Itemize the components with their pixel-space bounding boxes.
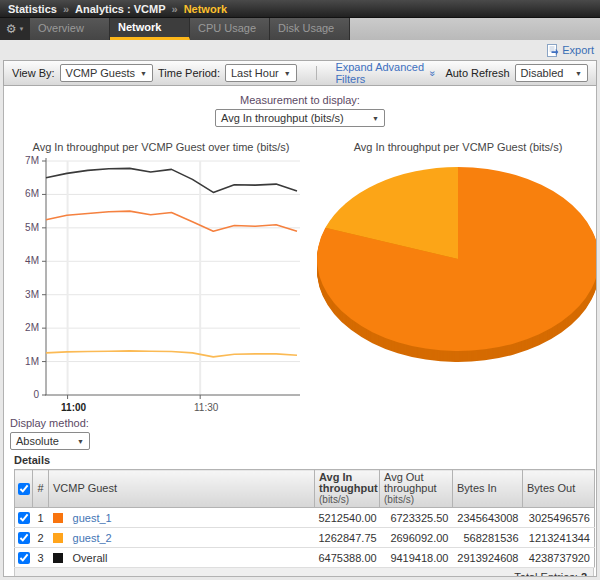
series-color-swatch bbox=[53, 513, 63, 523]
details-table: # VCMP Guest Avg In throughput (bits/s) … bbox=[14, 469, 595, 568]
breadcrumb-separator-icon: » bbox=[63, 3, 69, 15]
bytes-out-value: 3025496576 bbox=[523, 508, 595, 528]
filter-toolbar: View By: VCMP Guests ▼ Time Period: Last… bbox=[3, 60, 597, 86]
table-row: 1 guest_1 5212540.00 6723325.50 23456430… bbox=[15, 508, 595, 528]
breadcrumb-statistics[interactable]: Statistics bbox=[8, 3, 57, 15]
svg-text:5M: 5M bbox=[25, 222, 39, 233]
column-header-bytes-in[interactable]: Bytes In bbox=[453, 470, 523, 508]
select-arrow-icon: ▼ bbox=[77, 438, 84, 445]
chevron-down-icon: ▼ bbox=[18, 26, 24, 32]
main-content-panel: Measurement to display: Avg In throughpu… bbox=[3, 86, 597, 577]
gear-menu-button[interactable]: ⚙ ▼ bbox=[0, 18, 30, 40]
row-checkbox[interactable] bbox=[18, 532, 30, 544]
charts-row: Avg In throughput per VCMP Guest over ti… bbox=[4, 133, 596, 450]
export-label: Export bbox=[562, 44, 594, 56]
avg-in-value: 5212540.00 bbox=[315, 508, 380, 528]
overall-label: Overall bbox=[73, 552, 108, 564]
display-method-select[interactable]: Absolute ▼ bbox=[10, 432, 90, 450]
column-header-bytes-out[interactable]: Bytes Out bbox=[523, 470, 595, 508]
row-number: 2 bbox=[33, 528, 49, 548]
bytes-in-value: 2913924608 bbox=[453, 548, 523, 568]
avg-out-value: 6723325.50 bbox=[380, 508, 453, 528]
svg-text:6M: 6M bbox=[25, 188, 39, 199]
toolbar-divider bbox=[316, 66, 317, 80]
avg-out-value: 2696092.00 bbox=[380, 528, 453, 548]
avg-in-value: 6475388.00 bbox=[315, 548, 380, 568]
line-chart: 01M2M3M4M5M6M7M11:0011:30 bbox=[10, 155, 310, 415]
row-number: 1 bbox=[33, 508, 49, 528]
select-arrow-icon: ▼ bbox=[575, 70, 582, 77]
gear-icon: ⚙ bbox=[6, 23, 17, 35]
row-number: 3 bbox=[33, 548, 49, 568]
breadcrumb-analytics-vcmp[interactable]: Analytics : VCMP bbox=[75, 3, 165, 15]
pie-chart-block: Avg In throughput per VCMP Guest (bits/s… bbox=[312, 133, 597, 450]
export-row: Export bbox=[0, 40, 600, 60]
breadcrumb: Statistics » Analytics : VCMP » Network bbox=[0, 0, 600, 18]
select-arrow-icon: ▼ bbox=[140, 70, 147, 77]
export-button[interactable]: Export bbox=[546, 44, 594, 57]
svg-text:0: 0 bbox=[33, 389, 39, 400]
guest-link[interactable]: guest_2 bbox=[73, 532, 112, 544]
tab-overview[interactable]: Overview bbox=[30, 18, 110, 40]
tab-disk-usage[interactable]: Disk Usage bbox=[270, 18, 350, 40]
details-section: Details # VCMP Guest Avg In throughput (… bbox=[4, 454, 596, 577]
details-title: Details bbox=[14, 454, 586, 466]
svg-text:4M: 4M bbox=[25, 255, 39, 266]
tab-network[interactable]: Network bbox=[110, 18, 190, 40]
select-arrow-icon: ▼ bbox=[372, 115, 379, 122]
table-row: 3 Overall 6475388.00 9419418.00 29139246… bbox=[15, 548, 595, 568]
auto-refresh-select[interactable]: Disabled ▼ bbox=[515, 64, 588, 82]
table-row: 2 guest_2 1262847.75 2696092.00 56828153… bbox=[15, 528, 595, 548]
column-header-avg-in[interactable]: Avg In throughput (bits/s) bbox=[315, 470, 380, 508]
line-chart-block: Avg In throughput per VCMP Guest over ti… bbox=[4, 133, 312, 450]
line-chart-title: Avg In throughput per VCMP Guest over ti… bbox=[10, 141, 312, 153]
double-chevron-down-icon: » bbox=[427, 70, 438, 76]
row-checkbox[interactable] bbox=[18, 552, 30, 564]
column-header-vcmp-guest[interactable]: VCMP Guest bbox=[49, 470, 315, 508]
export-icon bbox=[546, 44, 559, 57]
series-color-swatch bbox=[53, 533, 63, 543]
pie-chart bbox=[312, 155, 597, 381]
avg-in-value: 1262847.75 bbox=[315, 528, 380, 548]
time-period-label: Time Period: bbox=[158, 67, 220, 79]
svg-text:11:30: 11:30 bbox=[194, 402, 219, 413]
time-period-value: Last Hour bbox=[231, 67, 279, 79]
select-all-checkbox[interactable] bbox=[18, 483, 30, 495]
display-method-label: Display method: bbox=[10, 417, 312, 429]
guest-link[interactable]: guest_1 bbox=[73, 512, 112, 524]
display-method-value: Absolute bbox=[16, 435, 59, 447]
column-header-number[interactable]: # bbox=[33, 470, 49, 508]
total-entries: Total Entries:2 bbox=[14, 568, 594, 577]
measurement-value: Avg In throughput (bits/s) bbox=[221, 112, 344, 124]
bytes-in-value: 568281536 bbox=[453, 528, 523, 548]
series-color-swatch bbox=[53, 553, 63, 563]
time-period-select[interactable]: Last Hour ▼ bbox=[225, 64, 297, 82]
measurement-label: Measurement to display: bbox=[4, 94, 596, 106]
breadcrumb-current-network: Network bbox=[184, 3, 227, 15]
svg-text:2M: 2M bbox=[25, 322, 39, 333]
bytes-out-value: 4238737920 bbox=[523, 548, 595, 568]
pie-chart-title: Avg In throughput per VCMP Guest (bits/s… bbox=[312, 141, 597, 153]
auto-refresh-label: Auto Refresh bbox=[445, 67, 509, 79]
view-by-label: View By: bbox=[12, 67, 55, 79]
table-header-row: # VCMP Guest Avg In throughput (bits/s) … bbox=[15, 470, 595, 508]
expand-advanced-filters-label: Expand Advanced Filters bbox=[335, 61, 426, 85]
measurement-select[interactable]: Avg In throughput (bits/s) ▼ bbox=[215, 109, 385, 127]
bytes-out-value: 1213241344 bbox=[523, 528, 595, 548]
svg-text:7M: 7M bbox=[25, 155, 39, 166]
svg-text:3M: 3M bbox=[25, 289, 39, 300]
row-checkbox[interactable] bbox=[18, 512, 30, 524]
auto-refresh-value: Disabled bbox=[521, 67, 564, 79]
svg-text:11:00: 11:00 bbox=[61, 402, 86, 413]
view-by-value: VCMP Guests bbox=[66, 67, 136, 79]
expand-advanced-filters-link[interactable]: Expand Advanced Filters » bbox=[335, 61, 435, 85]
avg-out-value: 9419418.00 bbox=[380, 548, 453, 568]
column-header-avg-out[interactable]: Avg Out throughput (bits/s) bbox=[380, 470, 453, 508]
measurement-block: Measurement to display: Avg In throughpu… bbox=[4, 86, 596, 127]
tab-bar: ⚙ ▼ Overview Network CPU Usage Disk Usag… bbox=[0, 18, 600, 40]
view-by-select[interactable]: VCMP Guests ▼ bbox=[60, 64, 153, 82]
svg-text:1M: 1M bbox=[25, 356, 39, 367]
select-arrow-icon: ▼ bbox=[284, 70, 291, 77]
tab-cpu-usage[interactable]: CPU Usage bbox=[190, 18, 270, 40]
bytes-in-value: 2345643008 bbox=[453, 508, 523, 528]
